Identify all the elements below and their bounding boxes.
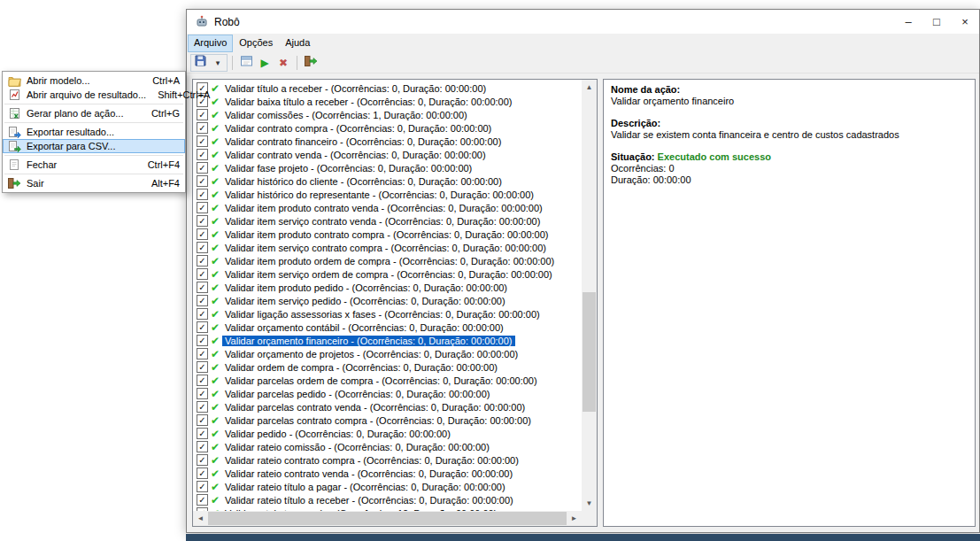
checkbox[interactable]: ✓ bbox=[197, 109, 208, 120]
tree-item[interactable]: ✓✔Validar item produto pedido - (Ocorrên… bbox=[193, 281, 582, 294]
tree-item[interactable]: ✓✔Validar item produto contrato compra -… bbox=[193, 228, 582, 241]
checkbox[interactable]: ✓ bbox=[197, 468, 208, 479]
tree-item[interactable]: ✓✔Validar item produto contrato venda - … bbox=[193, 201, 582, 214]
checkbox[interactable]: ✓ bbox=[197, 321, 208, 333]
tree-item[interactable]: ✓✔Validar histórico do cliente - (Ocorrê… bbox=[193, 174, 582, 188]
tree-item-label: Validar orçamento de projetos - (Ocorrên… bbox=[222, 349, 521, 359]
horizontal-scrollbar[interactable]: ◄ ► bbox=[193, 511, 582, 526]
tree-item[interactable]: ✓✔Validar rateio contrato venda - (Ocorr… bbox=[193, 467, 582, 480]
menubar-item-arquivo[interactable]: Arquivo bbox=[188, 35, 233, 52]
checkbox[interactable]: ✓ bbox=[197, 175, 208, 187]
success-check-icon: ✔ bbox=[211, 83, 220, 94]
checkbox[interactable]: ✓ bbox=[197, 202, 208, 213]
tree-item-label: Validar rateio título a pagar - (Ocorrên… bbox=[222, 482, 508, 492]
menu-item-label: Gerar plano de ação... bbox=[27, 108, 140, 119]
tree-item-label: Validar item serviço pedido - (Ocorrênci… bbox=[222, 296, 508, 306]
tree-item[interactable]: ✓✔Validar parcelas contrato venda - (Oco… bbox=[193, 400, 582, 413]
tree-item[interactable]: ✓✔Validar parcelas ordem de compra - (Oc… bbox=[193, 374, 582, 387]
tree-item[interactable]: ✓✔Validar rateio comissão - (Ocorrências… bbox=[193, 440, 582, 453]
maximize-button[interactable]: □ bbox=[922, 10, 951, 34]
save-button[interactable] bbox=[191, 54, 209, 72]
tree-item[interactable]: ✓✔Validar item serviço contrato venda - … bbox=[193, 214, 582, 228]
scroll-down-icon[interactable]: ▼ bbox=[582, 496, 597, 511]
tree-item[interactable]: ✓✔Validar rateio contrato compra - (Ocor… bbox=[193, 453, 582, 467]
tree-item[interactable]: ✓✔Validar comissões - (Ocorrências: 1, D… bbox=[193, 108, 582, 121]
checkbox[interactable]: ✓ bbox=[197, 481, 208, 492]
checkbox[interactable]: ✓ bbox=[197, 361, 208, 373]
tree-item[interactable]: ✓✔Validar pedido - (Ocorrências: 0, Dura… bbox=[193, 427, 582, 440]
tree-item[interactable]: ✓✔Validar contrato financeiro - (Ocorrên… bbox=[193, 135, 582, 148]
tree-item[interactable]: ✓✔Validar item serviço ordem de compra -… bbox=[193, 267, 582, 281]
open-result-icon bbox=[6, 89, 22, 102]
minimize-button[interactable]: – bbox=[894, 10, 922, 34]
tree-item-label: Validar baixa título a receber - (Ocorrê… bbox=[222, 97, 514, 107]
checkbox[interactable]: ✓ bbox=[197, 348, 208, 359]
checkbox[interactable]: ✓ bbox=[197, 215, 208, 227]
action-name-label: Nome da ação: bbox=[611, 84, 968, 96]
tree-item[interactable]: ✓✔Validar contrato venda - (Ocorrências:… bbox=[193, 148, 582, 161]
tree-item[interactable]: ✓✔Validar orçamento contábil - (Ocorrênc… bbox=[193, 321, 582, 334]
checkbox[interactable]: ✓ bbox=[197, 255, 208, 267]
checkbox[interactable]: ✓ bbox=[197, 335, 208, 346]
tree-item[interactable]: ✓✔Validar rateio título a receber - (Oco… bbox=[193, 493, 582, 506]
tree-item[interactable]: ✓✔Validar baixa título a receber - (Ocor… bbox=[193, 95, 582, 108]
menu-item-exportar-para-csv[interactable]: Exportar para CSV... bbox=[3, 139, 185, 153]
checkbox[interactable]: ✓ bbox=[197, 308, 208, 320]
checkbox[interactable]: ✓ bbox=[197, 295, 208, 306]
cancel-button[interactable]: ✖ bbox=[274, 54, 292, 72]
tree-item[interactable]: ✓✔Validar item produto ordem de compra -… bbox=[193, 254, 582, 267]
tree-item[interactable]: ✓✔Validar orçamento de projetos - (Ocorr… bbox=[193, 347, 582, 360]
checkbox[interactable]: ✓ bbox=[197, 189, 208, 200]
occurrences-value: Ocorrências: 0 bbox=[611, 163, 968, 174]
run-button[interactable]: ▶ bbox=[256, 54, 274, 72]
vertical-scroll-thumb[interactable] bbox=[583, 292, 596, 412]
scroll-up-icon[interactable]: ▲ bbox=[582, 80, 597, 95]
menu-item-fechar[interactable]: FecharCtrl+F4 bbox=[3, 158, 185, 172]
tree-item[interactable]: ✓✔Validar parcelas pedido - (Ocorrências… bbox=[193, 387, 582, 400]
success-check-icon: ✔ bbox=[211, 269, 220, 280]
tree-item[interactable]: ✓✔Validar contrato compra - (Ocorrências… bbox=[193, 121, 582, 135]
checkbox[interactable]: ✓ bbox=[197, 242, 208, 253]
tree-item[interactable]: ✓✔Validar título a receber - (Ocorrência… bbox=[193, 81, 582, 95]
checkbox[interactable]: ✓ bbox=[197, 375, 208, 386]
tree-item[interactable]: ✓✔Validar histórico do representante - (… bbox=[193, 188, 582, 201]
vertical-scrollbar[interactable]: ▲ ▼ bbox=[582, 80, 597, 511]
action-tree: ✓✔Validar título a receber - (Ocorrência… bbox=[193, 80, 582, 511]
tree-item[interactable]: ✓✔Validar ordem de compra - (Ocorrências… bbox=[193, 360, 582, 374]
exit-button[interactable] bbox=[302, 54, 320, 72]
menubar-item-ajuda[interactable]: Ajuda bbox=[279, 35, 316, 52]
close-button[interactable]: × bbox=[951, 10, 979, 34]
checkbox[interactable]: ✓ bbox=[197, 388, 208, 399]
checkbox[interactable]: ✓ bbox=[197, 454, 208, 466]
checkbox[interactable]: ✓ bbox=[197, 494, 208, 506]
checkbox[interactable]: ✓ bbox=[197, 282, 208, 293]
checkbox[interactable]: ✓ bbox=[197, 414, 208, 426]
checkbox[interactable]: ✓ bbox=[197, 135, 208, 147]
checkbox[interactable]: ✓ bbox=[197, 122, 208, 134]
tree-item[interactable]: ✓✔Validar item serviço contrato compra -… bbox=[193, 241, 582, 254]
scroll-right-icon[interactable]: ► bbox=[567, 511, 582, 526]
tree-item[interactable]: ✓✔Validar orçamento financeiro - (Ocorrê… bbox=[193, 334, 582, 347]
checkbox[interactable]: ✓ bbox=[197, 268, 208, 280]
menu-item-gerar-plano-de-acao[interactable]: Gerar plano de ação...Ctrl+G bbox=[3, 106, 185, 120]
tree-item[interactable]: ✓✔Validar fase projeto - (Ocorrências: 0… bbox=[193, 161, 582, 174]
checkbox[interactable]: ✓ bbox=[197, 162, 208, 174]
tree-item[interactable]: ✓✔Validar ligação assessorias x fases - … bbox=[193, 307, 582, 321]
horizontal-scroll-thumb[interactable] bbox=[208, 512, 567, 525]
checkbox[interactable]: ✓ bbox=[197, 428, 208, 439]
save-dropdown[interactable]: ▾ bbox=[209, 54, 227, 72]
menubar-item-opcoes[interactable]: Opções bbox=[233, 35, 279, 52]
menu-item-abrir-arquivo-de-resultado[interactable]: Abrir arquivo de resultado...Shift+Ctrl+… bbox=[3, 88, 185, 102]
scroll-left-icon[interactable]: ◄ bbox=[193, 511, 208, 526]
menu-item-sair[interactable]: SairAlt+F4 bbox=[3, 176, 185, 190]
tree-item[interactable]: ✓✔Validar item serviço pedido - (Ocorrên… bbox=[193, 294, 582, 307]
generate-plan-button[interactable] bbox=[237, 54, 255, 72]
tree-item[interactable]: ✓✔Validar parcelas contrato compra - (Oc… bbox=[193, 413, 582, 427]
checkbox[interactable]: ✓ bbox=[197, 441, 208, 452]
menu-item-exportar-resultado[interactable]: Exportar resultado... bbox=[3, 125, 185, 139]
menu-item-abrir-modelo[interactable]: Abrir modelo...Ctrl+A bbox=[3, 73, 185, 88]
checkbox[interactable]: ✓ bbox=[197, 149, 208, 160]
checkbox[interactable]: ✓ bbox=[197, 401, 208, 413]
checkbox[interactable]: ✓ bbox=[197, 228, 208, 240]
tree-item[interactable]: ✓✔Validar rateio título a pagar - (Ocorr… bbox=[193, 480, 582, 493]
